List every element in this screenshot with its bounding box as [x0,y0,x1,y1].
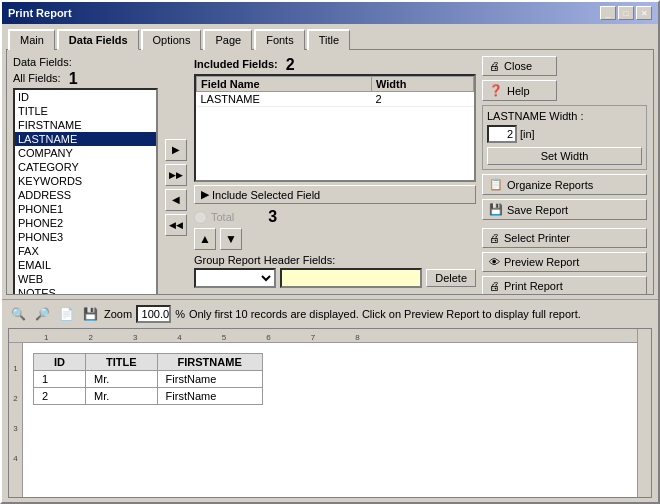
include-selected-field-button[interactable]: ▶ Include Selected Field [194,185,476,204]
included-fields-table-wrapper: Field Name Width LASTNAME 2 [194,74,476,182]
field-item-company[interactable]: COMPANY [15,146,156,160]
zoom-input[interactable] [136,305,171,323]
group-combo[interactable] [194,268,276,288]
annotation-2: 2 [286,56,295,74]
save-icon: 💾 [489,203,503,216]
width-section: LASTNAME Width : [in] Set Width [482,105,647,170]
field-item-web[interactable]: WEB [15,272,156,286]
close-button[interactable]: 🖨 Close [482,56,557,76]
arrow-buttons-panel: ▶ ▶▶ ◀ ◀◀ [164,86,188,288]
delete-button[interactable]: Delete [426,269,476,287]
preview-cell-id: 1 [34,371,86,388]
field-item-phone3[interactable]: PHONE3 [15,230,156,244]
minimize-button[interactable]: _ [600,6,616,20]
print-report-button[interactable]: 🖨 Print Report [482,276,647,295]
field-item-title[interactable]: TITLE [15,104,156,118]
close-icon: 🖨 [489,60,500,72]
included-fields-table: Field Name Width LASTNAME 2 [196,76,474,107]
preview-col-firstname: FIRSTNAME [157,354,262,371]
preview-row: 1Mr.FirstName [34,371,263,388]
field-item-notes[interactable]: NOTES [15,286,156,295]
zoom-label: Zoom [104,308,132,320]
move-down-button[interactable]: ▼ [220,228,242,250]
save-toolbar-icon[interactable]: 💾 [80,304,100,324]
preview-scrollbar[interactable] [637,329,651,497]
move-up-button[interactable]: ▲ [194,228,216,250]
select-printer-button[interactable]: 🖨 Select Printer [482,228,647,248]
all-fields-header: All Fields: 1 [13,70,158,88]
field-item-id[interactable]: ID [15,90,156,104]
help-button[interactable]: ❓ Help [482,80,557,101]
annotation-1: 1 [69,70,78,88]
preview-cell-firstname: FirstName [157,388,262,405]
total-radio [194,211,207,224]
data-fields-label: Data Fields: [13,56,158,68]
tab-page[interactable]: Page [203,29,252,50]
tab-data-fields[interactable]: Data Fields [57,29,139,50]
field-item-email[interactable]: EMAIL [15,258,156,272]
include-btn-arrow: ▶ [201,188,209,201]
tab-main[interactable]: Main [8,29,55,50]
include-btn-label: Include Selected Field [212,189,320,201]
all-fields-list[interactable]: IDTITLEFIRSTNAMELASTNAMECOMPANYCATEGORYK… [13,88,158,295]
save-report-button[interactable]: 💾 Save Report [482,199,647,220]
preview-message: Only first 10 records are displayed. Cli… [189,308,581,320]
included-row-width: 2 [371,92,473,107]
total-label: Total [211,211,234,223]
zoom-out-icon[interactable]: 🔎 [32,304,52,324]
tab-title[interactable]: Title [307,29,350,50]
field-item-firstname[interactable]: FIRSTNAME [15,118,156,132]
annotation-3: 3 [268,208,277,226]
field-item-phone2[interactable]: PHONE2 [15,216,156,230]
tab-fonts[interactable]: Fonts [254,29,305,50]
help-label: Help [507,85,530,97]
preview-cell-title: Mr. [86,371,158,388]
all-fields-label: All Fields: [13,72,61,84]
field-item-category[interactable]: CATEGORY [15,160,156,174]
zoom-in-icon[interactable]: 🔍 [8,304,28,324]
preview-cell-firstname: FirstName [157,371,262,388]
included-header-row: Included Fields: 2 [194,56,476,74]
included-fields-label: Included Fields: [194,58,278,70]
preview-report-button[interactable]: 👁 Preview Report [482,252,647,272]
field-item-phone1[interactable]: PHONE1 [15,202,156,216]
col-field-name: Field Name [197,77,372,92]
tab-bar: Main Data Fields Options Page Fonts Titl… [2,24,658,49]
top-right-buttons: 🖨 Close ❓ Help [482,56,647,101]
printer-icon: 🖨 [489,232,500,244]
print-label: Print Report [504,280,563,292]
organize-icon: 📋 [489,178,503,191]
help-icon: ❓ [489,84,503,97]
tab-options[interactable]: Options [141,29,202,50]
preview-label: Preview Report [504,256,579,268]
width-input[interactable] [487,125,517,143]
remove-all-button[interactable]: ◀◀ [165,214,187,236]
all-fields-area: All Fields: 1 IDTITLEFIRSTNAMELASTNAMECO… [13,70,158,295]
organize-label: Organize Reports [507,179,593,191]
vertical-ruler: 1 2 3 4 [9,343,23,497]
move-buttons: ▲ ▼ [194,228,476,250]
main-panel: Data Fields: All Fields: 1 IDTITLEFIRSTN… [6,49,654,295]
field-item-fax[interactable]: FAX [15,244,156,258]
save-label: Save Report [507,204,568,216]
maximize-button[interactable]: □ [618,6,634,20]
page-icon[interactable]: 📄 [56,304,76,324]
remove-one-button[interactable]: ◀ [165,189,187,211]
field-item-address[interactable]: ADDRESS [15,188,156,202]
field-item-lastname[interactable]: LASTNAME [15,132,156,146]
group-text-input[interactable] [280,268,422,288]
group-row: Delete [194,268,476,288]
close-window-button[interactable]: ✕ [636,6,652,20]
include-one-button[interactable]: ▶ [165,139,187,161]
included-row-name: LASTNAME [197,92,372,107]
print-icon: 🖨 [489,280,500,292]
include-all-button[interactable]: ▶▶ [165,164,187,186]
select-printer-label: Select Printer [504,232,570,244]
bottom-section: 🔍 🔎 📄 💾 Zoom % Only first 10 records are… [2,299,658,502]
set-width-button[interactable]: Set Width [487,147,642,165]
width-row: [in] [487,125,642,143]
col-width: Width [371,77,473,92]
main-window: Print Report _ □ ✕ Main Data Fields Opti… [0,0,660,504]
organize-reports-button[interactable]: 📋 Organize Reports [482,174,647,195]
field-item-keywords[interactable]: KEYWORDS [15,174,156,188]
